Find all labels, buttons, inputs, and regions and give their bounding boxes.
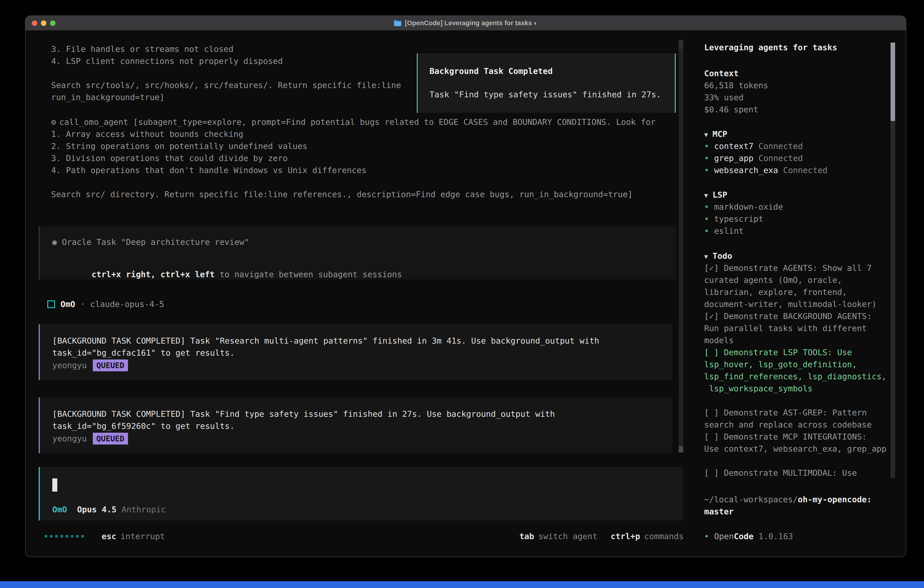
todo-heading: Todo: [713, 251, 733, 261]
esc-key-hint: esc: [102, 532, 116, 541]
workspace-path: ~/local-workspaces/oh-my-opencode: maste…: [704, 494, 895, 517]
close-button[interactable]: [32, 20, 37, 26]
task-message-line2: task_id="bg_dcfac161" to get results.: [52, 347, 660, 359]
window-title-text: [OpenCode] Leveraging agents for tasks ◐: [405, 19, 538, 27]
workspace-line: ~/local-workspaces/oh-my-opencode:: [704, 494, 895, 505]
bullet-icon: •: [704, 152, 709, 164]
todo-list: [✓] Demonstrate AGENTS: Show all 7curate…: [704, 262, 895, 479]
agent-square-icon: [47, 301, 55, 308]
sidebar-title: Leveraging agents for tasks: [704, 43, 837, 52]
todo-section-header[interactable]: ▼Todo: [704, 250, 895, 262]
sidebar-scrollbar-thumb[interactable]: [891, 43, 895, 121]
mcp-item: •context7Connected: [704, 140, 895, 152]
folder-icon: [394, 20, 402, 26]
oracle-task-title: ◉ Oracle Task "Deep architecture review": [52, 236, 676, 248]
task-message-line1: [BACKGROUND TASK COMPLETED] Task "Resear…: [52, 335, 660, 347]
lsp-section: ▼LSP •markdown-oxide •typescript •eslint: [704, 189, 895, 237]
terminal-body: 3. File handles or streams not closed4. …: [25, 31, 906, 557]
mcp-heading: MCP: [713, 129, 727, 139]
input-meta: OmO Opus 4.5 Anthropic: [52, 505, 166, 514]
gear-icon: ⚙: [51, 117, 56, 127]
mcp-section-header[interactable]: ▼MCP: [704, 128, 895, 140]
tool-call-text: call_omo_agent [subagent_type=explore, p…: [59, 117, 656, 127]
task-message-line2: task_id="bg_6f59260c" to get results.: [52, 420, 660, 432]
esc-key-label: interrupt: [120, 532, 165, 541]
context-heading: Context: [704, 67, 895, 79]
tool-call-block: ⚙call_omo_agent [subagent_type=explore, …: [51, 116, 655, 200]
input-provider-name: Anthropic: [121, 505, 166, 514]
text-cursor: [52, 478, 57, 492]
mcp-item: •websearch_exaConnected: [704, 164, 895, 176]
transcript-top-lines: 3. File handles or streams not closed4. …: [51, 43, 401, 103]
agent-model: claude-opus-4-5: [90, 299, 164, 309]
agent-separator: ·: [80, 299, 85, 309]
context-stats: 66,518 tokens33% used$0.46 spent: [704, 79, 895, 116]
chevron-down-icon: ▼: [704, 253, 708, 260]
toast-body: Task "Find type safety issues" finished …: [429, 90, 663, 99]
oracle-task-card: ◉ Oracle Task "Deep architecture review"…: [39, 226, 676, 279]
tool-call-rest-lines: 1. Array access without bounds checking2…: [51, 128, 655, 200]
sidebar-scrollbar[interactable]: [891, 43, 895, 478]
oracle-navigation-hint: ctrl+x right, ctrl+x left to navigate be…: [52, 260, 676, 288]
bullet-icon: •: [704, 140, 709, 152]
chevron-down-icon: ▼: [704, 131, 708, 139]
tab-key-label: switch agent: [538, 532, 597, 541]
status-left: esc interrupt: [45, 532, 165, 541]
main-scrollbar-thumb[interactable]: [679, 446, 683, 453]
status-badge: QUEUED: [93, 433, 128, 444]
bullet-icon: •: [704, 201, 709, 213]
agent-header: OmO · claude-opus-4-5: [47, 299, 164, 309]
tab-key-hint: tab: [519, 532, 534, 541]
toast-title: Background Task Completed: [429, 67, 663, 76]
workspace-branch: master: [704, 505, 895, 517]
background-task-card-2: [BACKGROUND TASK COMPLETED] Task "Find t…: [39, 398, 673, 453]
traffic-lights: [32, 16, 56, 30]
mcp-item: •grep_appConnected: [704, 152, 895, 164]
input-agent-name: OmO: [52, 505, 67, 514]
version-line: •OpenCode1.0.163: [704, 530, 895, 542]
lsp-item: •eslint: [704, 225, 895, 237]
terminal-window: [OpenCode] Leveraging agents for tasks ◐…: [25, 15, 906, 557]
tool-call-first-line: ⚙call_omo_agent [subagent_type=explore, …: [51, 116, 655, 128]
progress-spinner: [45, 535, 84, 537]
main-scrollbar[interactable]: [679, 40, 683, 453]
prompt-input[interactable]: OmO Opus 4.5 Anthropic: [39, 467, 683, 520]
chevron-down-icon: ▼: [704, 192, 708, 199]
status-right: tab switch agent ctrl+p commands: [519, 532, 684, 541]
desktop-bottom-strip: [0, 581, 924, 588]
desktop: { "window": { "title": "[OpenCode] Lever…: [0, 0, 924, 588]
task-user: yeongyu: [52, 434, 87, 443]
lsp-item: •markdown-oxide: [704, 201, 895, 213]
status-bar: esc interrupt tab switch agent ctrl+p co…: [45, 530, 684, 542]
bullet-icon: •: [704, 164, 709, 176]
bullet-icon: •: [704, 530, 709, 542]
background-task-card-1: [BACKGROUND TASK COMPLETED] Task "Resear…: [39, 324, 673, 380]
version-section: •OpenCode1.0.163: [704, 530, 895, 542]
lsp-heading: LSP: [713, 190, 727, 200]
background-task-toast[interactable]: Background Task Completed Task "Find typ…: [417, 53, 676, 113]
ctrlp-key-label: commands: [644, 532, 684, 541]
status-badge: QUEUED: [93, 360, 128, 371]
minimize-button[interactable]: [41, 20, 46, 26]
oracle-hint-keys: ctrl+x right, ctrl+x left: [91, 270, 214, 279]
task-user: yeongyu: [52, 361, 87, 370]
bullet-icon: •: [704, 225, 709, 237]
todo-section: ▼Todo [✓] Demonstrate AGENTS: Show all 7…: [704, 250, 895, 479]
input-model-name: Opus 4.5: [77, 505, 116, 514]
bullet-icon: •: [704, 213, 709, 225]
oracle-hint-text: to navigate between subagent sessions: [214, 270, 402, 279]
lsp-section-header[interactable]: ▼LSP: [704, 189, 895, 201]
zoom-button[interactable]: [50, 20, 56, 26]
ctrlp-key-hint: ctrl+p: [611, 532, 640, 541]
task-message-line1: [BACKGROUND TASK COMPLETED] Task "Find t…: [52, 408, 660, 420]
lsp-item: •typescript: [704, 213, 895, 225]
window-title: [OpenCode] Leveraging agents for tasks ◐: [394, 19, 538, 27]
context-section: Context 66,518 tokens33% used$0.46 spent: [704, 67, 895, 116]
window-titlebar: [OpenCode] Leveraging agents for tasks ◐: [25, 16, 906, 30]
agent-name: OmO: [61, 299, 75, 309]
mcp-section: ▼MCP •context7Connected •grep_appConnect…: [704, 128, 895, 176]
